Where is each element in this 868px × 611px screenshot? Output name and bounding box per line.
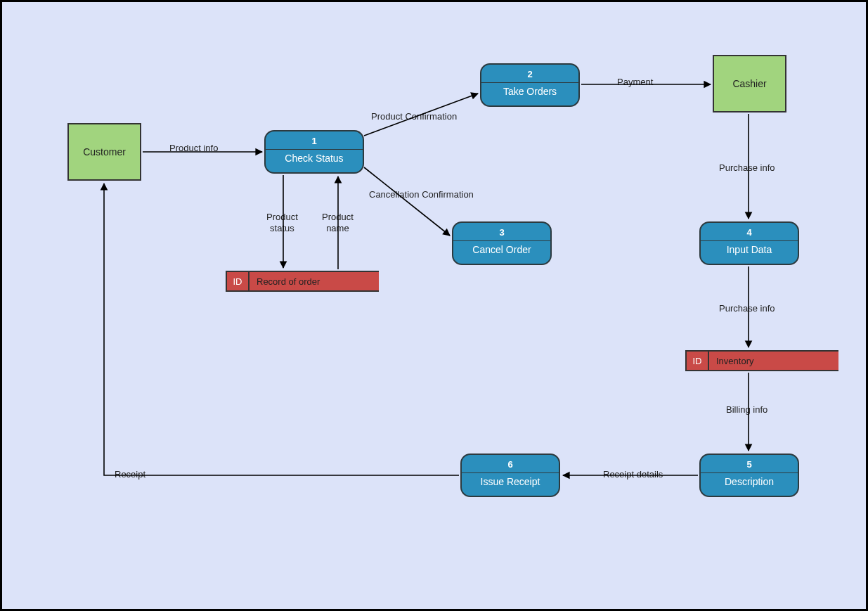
process-input-data: 4 Input Data — [699, 221, 799, 265]
datastore-record-of-order: ID Record of order — [226, 271, 379, 292]
flow-product-info: Product info — [169, 143, 218, 154]
process-issue-receipt: 6 Issue Receipt — [460, 454, 560, 497]
flow-product-confirmation: Product Confirmation — [371, 111, 457, 122]
entity-label: Customer — [83, 146, 126, 157]
entity-cashier: Cashier — [713, 55, 786, 112]
process-label: Check Status — [266, 150, 363, 168]
process-num: 5 — [701, 455, 798, 473]
process-num: 1 — [266, 131, 363, 150]
flow-product-name: Product name — [322, 212, 354, 235]
flow-receipt-details: Receipt details — [603, 469, 663, 480]
process-num: 2 — [481, 65, 578, 83]
flow-payment: Payment — [617, 77, 653, 88]
flow-cancellation-confirmation: Cancellation Confirmation — [369, 189, 474, 200]
entity-customer: Customer — [67, 123, 141, 181]
process-check-status: 1 Check Status — [264, 130, 364, 174]
flow-purchase-info-2: Purchase info — [719, 303, 775, 314]
datastore-id: ID — [226, 271, 250, 292]
datastore-label: Record of order — [250, 271, 379, 292]
svg-line-3 — [364, 167, 450, 236]
process-take-orders: 2 Take Orders — [480, 63, 580, 107]
process-label: Cancel Order — [453, 241, 550, 259]
flow-billing-info: Billing info — [726, 404, 767, 416]
process-cancel-order: 3 Cancel Order — [452, 221, 552, 265]
process-label: Input Data — [701, 241, 798, 259]
process-num: 4 — [701, 223, 798, 241]
process-label: Issue Receipt — [462, 473, 559, 491]
process-label: Take Orders — [481, 83, 578, 101]
process-description: 5 Description — [699, 454, 799, 497]
flow-product-status: Product status — [266, 212, 298, 235]
flow-receipt: Receipt — [115, 469, 145, 480]
datastore-inventory: ID Inventory — [685, 350, 838, 371]
entity-label: Cashier — [732, 78, 766, 89]
datastore-id: ID — [685, 350, 709, 371]
diagram-canvas: Customer Cashier 1 Check Status 2 Take O… — [0, 0, 868, 611]
flow-purchase-info-1: Purchase info — [719, 162, 775, 174]
datastore-label: Inventory — [709, 350, 838, 371]
process-num: 3 — [453, 223, 550, 241]
process-label: Description — [701, 473, 798, 491]
process-num: 6 — [462, 455, 559, 473]
